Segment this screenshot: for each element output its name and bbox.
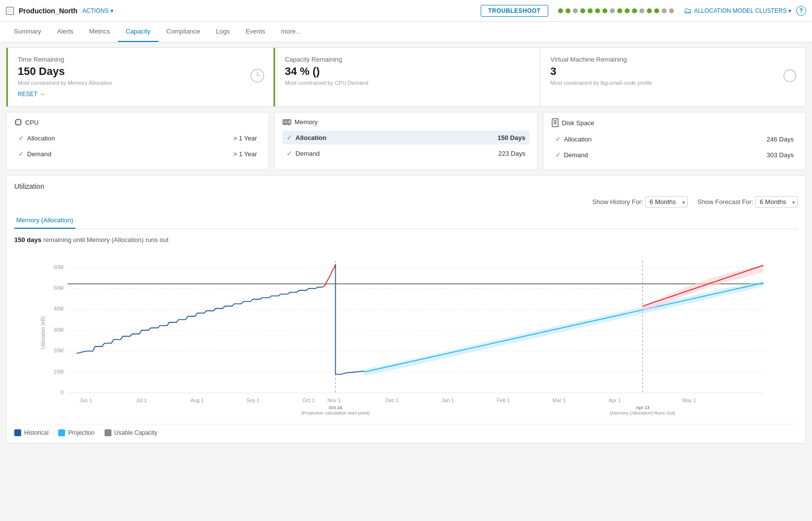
disk-title: Disk Space [551,118,798,127]
chart-legend: Historical Projection Usable Capacity [14,424,798,436]
history-select-wrapper: 6 Months 3 Months 1 Year [645,196,688,208]
status-dots [553,8,679,13]
status-dot [625,8,630,13]
projection-start-sublabel: (Projection calculation start point) [301,410,370,416]
projection-band [364,280,763,376]
headline-days: 150 days [14,236,41,243]
cpu-title: CPU [14,118,261,126]
disk-allocation-row: ✓ Allocation 246 Days [551,132,798,146]
app-icon: □ [6,7,14,15]
vm-remaining-value: 3 [550,65,796,78]
memory-card: Memory ✓ Allocation 150 Days ✓ Demand 22… [274,112,537,170]
check-icon: ✓ [18,134,24,142]
time-remaining-title: Time Remaining [18,56,263,63]
help-button[interactable]: ? [796,6,806,16]
status-dot [595,8,600,13]
memory-demand-row: ✓ Demand 223 Days [282,146,529,160]
pie-icon [782,68,798,87]
capacity-remaining-card: Capacity Remaining 34 % () Most constrai… [274,48,541,106]
reset-button[interactable]: RESET ← [18,90,47,99]
x-label: Jan 1 [442,398,455,403]
chart-container: 0 10M 20M 30M 40M 50M 60M Utilization (k… [14,251,798,419]
status-dot [610,8,615,13]
historical-color [14,429,21,436]
status-dot [632,8,637,13]
nav-tabs: Summary Alerts Metrics Capacity Complian… [0,22,812,42]
tab-metrics[interactable]: Metrics [81,22,118,42]
actions-button[interactable]: ACTIONS ▾ [82,7,113,14]
history-label: Show History For: [592,198,643,206]
chart-controls: Show History For: 6 Months 3 Months 1 Ye… [14,196,798,208]
history-select[interactable]: 6 Months 3 Months 1 Year [645,196,688,208]
x-label: Jul 1 [136,398,147,403]
time-remaining-value: 150 Days [18,65,263,78]
x-label: Sep 1 [246,398,259,403]
resource-cards: CPU ✓ Allocation > 1 Year ✓ Demand > 1 Y… [6,112,806,170]
legend-usable: Usable Capacity [105,429,157,436]
capacity-remaining-subtitle: Most constrained by CPU Demand [285,80,530,86]
status-dot [662,8,667,13]
troubleshoot-button[interactable]: TROUBLESHOOT [481,5,548,17]
forecast-label: Show Forecast For: [698,198,753,206]
x-label: Jun 1 [79,398,92,403]
x-label: Feb 1 [497,398,510,403]
disk-demand-row: ✓ Demand 303 Days [551,148,798,162]
projection-label: Projection [68,429,94,436]
main-content: Time Remaining 150 Days Most constrained… [0,42,812,449]
y-label-20m: 20M [54,348,64,353]
disk-icon [551,118,559,127]
status-dot [669,8,674,13]
status-dot [565,8,570,13]
x-label: May 1 [682,398,696,403]
chart-headline: 150 days remaining until Memory (Allocat… [14,236,798,243]
y-label-50m: 50M [54,285,64,291]
status-dot [588,8,593,13]
app-title: Production_North [19,7,77,15]
tab-alerts[interactable]: Alerts [49,22,81,42]
cpu-allocation-row: ✓ Allocation > 1 Year [14,131,261,145]
chart-tab-memory-allocation[interactable]: Memory (Allocation) [14,212,75,229]
check-icon: ✓ [18,150,24,158]
check-icon: ✓ [555,151,561,159]
history-control: Show History For: 6 Months 3 Months 1 Ye… [592,196,687,208]
clock-icon [249,68,265,87]
forecast-select[interactable]: 6 Months 3 Months 1 Year [755,196,798,208]
tab-capacity[interactable]: Capacity [118,22,159,42]
y-label-60m: 60M [54,265,64,270]
cpu-demand-row: ✓ Demand > 1 Year [14,147,261,161]
svg-rect-20 [552,119,558,127]
projection-start-label: Oct 24 [329,405,343,410]
status-dot [602,8,607,13]
summary-cards: Time Remaining 150 Days Most constrained… [6,47,806,107]
y-label-40m: 40M [54,306,64,312]
utilization-chart: 0 10M 20M 30M 40M 50M 60M Utilization (k… [14,251,798,409]
utilization-section: Utilization Show History For: 6 Months 3… [6,175,806,444]
status-dot [647,8,652,13]
usable-label: Usable Capacity [114,429,157,436]
historical-drop [335,264,364,374]
cpu-icon [14,118,22,126]
usable-color [105,429,111,436]
disk-card: Disk Space ✓ Allocation 246 Days ✓ Deman… [543,112,806,170]
time-remaining-subtitle: Most constrained by Memory Allocation [18,80,263,86]
status-dot [580,8,585,13]
legend-projection: Projection [58,429,94,436]
check-icon: ✓ [286,134,292,141]
memory-title: Memory [282,118,529,126]
historical-label: Historical [24,429,48,436]
tab-events[interactable]: Events [238,22,273,42]
x-label: Nov 1 [327,398,341,403]
allocation-model-clusters[interactable]: 🗂 ALLOCATION MODEL CLUSTERS ▾ [684,6,791,15]
x-label: Oct 1 [302,398,315,403]
tab-compliance[interactable]: Compliance [158,22,208,42]
headline-text: remaining until Memory (Allocation) runs… [43,236,169,243]
tab-summary[interactable]: Summary [6,22,49,42]
y-label-10m: 10M [54,369,64,375]
status-dot [654,8,659,13]
memory-allocation-row: ✓ Allocation 150 Days [282,131,529,144]
utilization-title: Utilization [14,182,798,190]
tab-more[interactable]: more... [273,22,309,42]
tab-logs[interactable]: Logs [208,22,238,42]
check-icon: ✓ [555,135,561,143]
x-label: Mar 1 [553,398,566,403]
